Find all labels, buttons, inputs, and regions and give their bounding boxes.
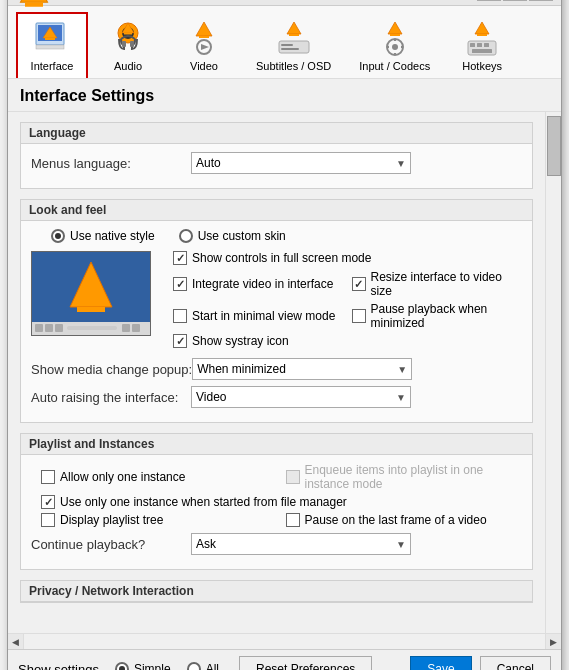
- subtitles-nav-icon: [274, 18, 314, 58]
- svg-rect-1: [25, 2, 43, 7]
- cancel-button[interactable]: Cancel: [480, 656, 551, 670]
- one-instance-check[interactable]: Allow only one instance: [41, 463, 278, 491]
- nav-item-audio[interactable]: Audio: [92, 12, 164, 78]
- scroll-right-button[interactable]: ▶: [545, 634, 561, 650]
- checkboxes-right: Show controls in full screen mode Integr…: [163, 251, 522, 352]
- resize-interface-check[interactable]: Resize interface to video size: [352, 270, 523, 298]
- fullscreen-controls-check[interactable]: Show controls in full screen mode: [173, 251, 522, 265]
- simple-radio[interactable]: Simple: [115, 662, 171, 670]
- scrollbar-thumb[interactable]: [547, 116, 561, 176]
- svg-marker-32: [475, 22, 489, 34]
- native-style-circle: [51, 229, 65, 243]
- svg-rect-38: [472, 49, 492, 53]
- playlist-checks-2: Display playlist tree Pause on the last …: [31, 513, 522, 527]
- pause-minimized-checkbox: [352, 309, 366, 323]
- nav-label-interface: Interface: [31, 60, 74, 72]
- svg-marker-24: [388, 22, 402, 34]
- auto-raising-select[interactable]: Video ▼: [191, 386, 411, 408]
- video-nav-icon: [184, 18, 224, 58]
- media-popup-select[interactable]: When minimized ▼: [192, 358, 412, 380]
- resize-interface-label: Resize interface to video size: [371, 270, 523, 298]
- language-header: Language: [21, 123, 532, 144]
- all-radio[interactable]: All: [187, 662, 219, 670]
- svg-rect-20: [289, 34, 299, 36]
- minimize-button[interactable]: ─: [477, 0, 501, 1]
- svg-rect-35: [470, 43, 475, 47]
- playlist-body: Allow only one instance Enqueue items in…: [21, 455, 532, 569]
- svg-rect-44: [45, 324, 53, 332]
- nav-item-input[interactable]: Input / Codecs: [347, 12, 442, 78]
- show-settings-row: Show settings Simple All Reset Preferenc…: [18, 656, 551, 670]
- svg-rect-46: [67, 326, 117, 330]
- input-nav-icon: [375, 18, 415, 58]
- pause-last-frame-check[interactable]: Pause on the last frame of a video: [286, 513, 523, 527]
- custom-skin-circle: [179, 229, 193, 243]
- systray-check[interactable]: Show systray icon: [173, 334, 522, 348]
- nav-label-subtitles: Subtitles / OSD: [256, 60, 331, 72]
- save-button[interactable]: Save: [410, 656, 471, 670]
- language-body: Menus language: Auto ▼: [21, 144, 532, 188]
- look-feel-header: Look and feel: [21, 200, 532, 221]
- pause-minimized-label: Pause playback when minimized: [371, 302, 523, 330]
- native-style-radio[interactable]: Use native style: [51, 229, 155, 243]
- integrate-video-check[interactable]: Integrate video in interface: [173, 270, 344, 298]
- select-arrow-popup: ▼: [397, 364, 407, 375]
- svg-rect-23: [281, 48, 299, 50]
- systray-row: Show systray icon: [163, 334, 522, 348]
- native-style-label: Use native style: [70, 229, 155, 243]
- nav-label-video: Video: [190, 60, 218, 72]
- svg-rect-36: [477, 43, 482, 47]
- scroll-left-button[interactable]: ◀: [8, 634, 24, 650]
- systray-label: Show systray icon: [192, 334, 289, 348]
- integrate-video-checkbox: [173, 277, 187, 291]
- enqueue-checkbox: [286, 470, 300, 484]
- select-arrow-language: ▼: [396, 158, 406, 169]
- pause-minimized-check[interactable]: Pause playback when minimized: [352, 302, 523, 330]
- scrollbar-track[interactable]: [545, 112, 561, 633]
- fullscreen-controls-row: Show controls in full screen mode: [163, 251, 522, 265]
- fullscreen-controls-checkbox: [173, 251, 187, 265]
- language-section: Language Menus language: Auto ▼: [20, 122, 533, 189]
- svg-rect-42: [77, 307, 105, 312]
- integrate-video-label: Integrate video in interface: [192, 277, 333, 291]
- continue-playback-row: Continue playback? Ask ▼: [31, 533, 522, 555]
- enqueue-label: Enqueue items into playlist in one insta…: [305, 463, 523, 491]
- systray-checkbox: [173, 334, 187, 348]
- style-radio-group: Use native style Use custom skin: [31, 229, 522, 243]
- close-button[interactable]: ✕: [529, 0, 553, 1]
- custom-skin-radio[interactable]: Use custom skin: [179, 229, 286, 243]
- privacy-header: Privacy / Network Interaction: [21, 581, 532, 602]
- settings-scroll[interactable]: Language Menus language: Auto ▼: [8, 112, 545, 633]
- nav-item-hotkeys[interactable]: Hotkeys: [446, 12, 518, 78]
- file-manager-instance-checkbox: [41, 495, 55, 509]
- reset-preferences-button[interactable]: Reset Preferences: [239, 656, 372, 670]
- auto-raising-label: Auto raising the interface:: [31, 390, 191, 405]
- hotkeys-nav-icon: [462, 18, 502, 58]
- display-playlist-label: Display playlist tree: [60, 513, 163, 527]
- svg-rect-25: [390, 34, 400, 36]
- continue-playback-label: Continue playback?: [31, 537, 191, 552]
- enqueue-check[interactable]: Enqueue items into playlist in one insta…: [286, 463, 523, 491]
- nav-item-video[interactable]: Video: [168, 12, 240, 78]
- all-radio-circle: [187, 662, 201, 670]
- display-playlist-check[interactable]: Display playlist tree: [41, 513, 278, 527]
- file-manager-instance-check[interactable]: Use only one instance when started from …: [41, 495, 522, 509]
- svg-rect-45: [55, 324, 63, 332]
- svg-rect-12: [130, 41, 134, 47]
- media-popup-value: When minimized: [197, 362, 286, 376]
- select-arrow-raising: ▼: [396, 392, 406, 403]
- one-instance-label: Allow only one instance: [60, 470, 185, 484]
- continue-playback-select[interactable]: Ask ▼: [191, 533, 411, 555]
- menus-language-select[interactable]: Auto ▼: [191, 152, 411, 174]
- nav-item-interface[interactable]: Interface: [16, 12, 88, 78]
- svg-rect-7: [36, 45, 64, 49]
- main-window: Simple Preferences ─ □ ✕ Interface: [7, 0, 562, 670]
- file-manager-instance-row: Use only one instance when started from …: [31, 495, 522, 509]
- nav-item-subtitles[interactable]: Subtitles / OSD: [244, 12, 343, 78]
- svg-rect-43: [35, 324, 43, 332]
- svg-marker-19: [287, 22, 301, 34]
- maximize-button[interactable]: □: [503, 0, 527, 1]
- minimal-view-check[interactable]: Start in minimal view mode: [173, 302, 344, 330]
- svg-marker-15: [196, 22, 212, 36]
- svg-rect-37: [484, 43, 489, 47]
